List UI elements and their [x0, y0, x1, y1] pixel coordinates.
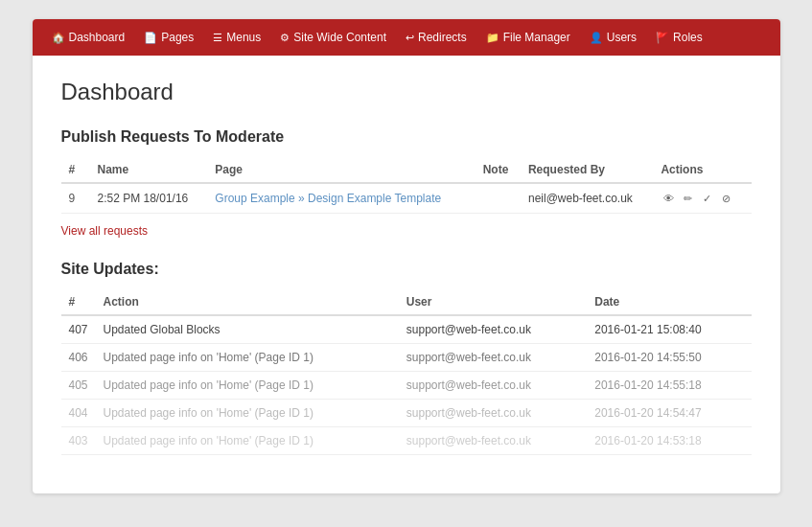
row-num: 406 — [61, 344, 96, 372]
row-action: Updated page info on 'Home' (Page ID 1) — [96, 400, 399, 427]
nav-menus-label: Menus — [226, 31, 261, 44]
nav-users[interactable]: 👤 Users — [580, 19, 646, 56]
row-date: 2016-01-20 14:55:18 — [587, 372, 751, 400]
redirects-icon: ↩ — [406, 32, 414, 44]
roles-icon: 🚩 — [656, 32, 669, 44]
nav-site-wide-label: Site Wide Content — [293, 31, 386, 44]
page-title: Dashboard — [61, 79, 752, 105]
row-user: support@web-feet.co.uk — [399, 372, 587, 400]
row-user: support@web-feet.co.uk — [399, 427, 587, 455]
row-action: Updated page info on 'Home' (Page ID 1) — [96, 344, 399, 372]
publish-requests-heading: Publish Requests To Moderate — [61, 128, 752, 146]
page-link[interactable]: Group Example » Design Example Template — [215, 192, 441, 205]
nav-file-manager-label: File Manager — [503, 31, 570, 44]
col-hash: # — [61, 157, 90, 183]
table-row: 403 Updated page info on 'Home' (Page ID… — [61, 427, 752, 455]
row-actions: 👁 ✏ ✓ ⊘ — [653, 183, 751, 214]
row-requested-by: neil@web-feet.co.uk — [521, 183, 654, 214]
row-date: 2016-01-20 14:53:18 — [587, 427, 751, 455]
row-action: Updated page info on 'Home' (Page ID 1) — [96, 372, 399, 400]
table-row: 405 Updated page info on 'Home' (Page ID… — [61, 372, 752, 400]
view-icon[interactable]: 👁 — [661, 191, 676, 206]
row-user: support@web-feet.co.uk — [399, 400, 587, 427]
row-name: 2:52 PM 18/01/16 — [90, 183, 208, 214]
approve-icon[interactable]: ✓ — [699, 191, 714, 206]
col-actions: Actions — [653, 157, 751, 183]
main-nav: 🏠 Dashboard 📄 Pages ☰ Menus ⚙ Site Wide … — [33, 19, 780, 56]
users-icon: 👤 — [590, 32, 603, 44]
col-note: Note — [476, 157, 521, 183]
nav-users-label: Users — [607, 31, 637, 44]
row-user: support@web-feet.co.uk — [399, 315, 587, 344]
main-content: Dashboard Publish Requests To Moderate #… — [33, 56, 780, 493]
nav-pages-label: Pages — [161, 31, 194, 44]
col-requested-by: Requested By — [521, 157, 654, 183]
pages-icon: 📄 — [144, 32, 157, 44]
nav-pages[interactable]: 📄 Pages — [134, 19, 203, 56]
site-updates-table: # Action User Date 407 Updated Global Bl… — [61, 289, 752, 455]
home-icon: 🏠 — [52, 32, 65, 44]
nav-dashboard-label: Dashboard — [69, 31, 126, 44]
publish-requests-header-row: # Name Page Note Requested By Actions — [61, 157, 752, 183]
row-action: Updated page info on 'Home' (Page ID 1) — [96, 427, 399, 455]
col-date: Date — [587, 289, 751, 315]
row-date: 2016-01-21 15:08:40 — [587, 315, 751, 344]
menus-icon: ☰ — [213, 32, 222, 44]
nav-roles[interactable]: 🚩 Roles — [646, 19, 712, 56]
col-hash: # — [61, 289, 96, 315]
site-wide-icon: ⚙ — [280, 32, 290, 44]
row-action: Updated Global Blocks — [96, 315, 399, 344]
col-user: User — [399, 289, 587, 315]
row-date: 2016-01-20 14:54:47 — [587, 400, 751, 427]
table-row: 9 2:52 PM 18/01/16 Group Example » Desig… — [61, 183, 752, 214]
row-num: 404 — [61, 400, 96, 427]
nav-roles-label: Roles — [673, 31, 703, 44]
row-date: 2016-01-20 14:55:50 — [587, 344, 751, 372]
file-manager-icon: 📁 — [486, 32, 499, 44]
row-page: Group Example » Design Example Template — [207, 183, 475, 214]
table-row: 406 Updated page info on 'Home' (Page ID… — [61, 344, 752, 372]
row-note — [476, 183, 521, 214]
nav-file-manager[interactable]: 📁 File Manager — [476, 19, 580, 56]
nav-redirects[interactable]: ↩ Redirects — [396, 19, 476, 56]
nav-menus[interactable]: ☰ Menus — [203, 19, 270, 56]
row-num: 403 — [61, 427, 96, 455]
table-row: 407 Updated Global Blocks support@web-fe… — [61, 315, 752, 344]
col-page: Page — [207, 157, 475, 183]
row-num: 407 — [61, 315, 96, 344]
nav-redirects-label: Redirects — [418, 31, 467, 44]
site-updates-heading: Site Updates: — [61, 261, 752, 278]
view-all-requests-link[interactable]: View all requests — [61, 224, 149, 238]
row-user: support@web-feet.co.uk — [399, 344, 587, 372]
site-updates-header-row: # Action User Date — [61, 289, 752, 315]
reject-icon[interactable]: ⊘ — [718, 191, 733, 206]
row-num: 9 — [61, 183, 90, 214]
col-action: Action — [96, 289, 399, 315]
publish-requests-table: # Name Page Note Requested By Actions 9 … — [61, 157, 752, 214]
nav-site-wide-content[interactable]: ⚙ Site Wide Content — [270, 19, 396, 56]
table-row: 404 Updated page info on 'Home' (Page ID… — [61, 400, 752, 427]
edit-icon[interactable]: ✏ — [680, 191, 695, 206]
row-num: 405 — [61, 372, 96, 400]
nav-dashboard[interactable]: 🏠 Dashboard — [42, 19, 135, 56]
col-name: Name — [90, 157, 208, 183]
